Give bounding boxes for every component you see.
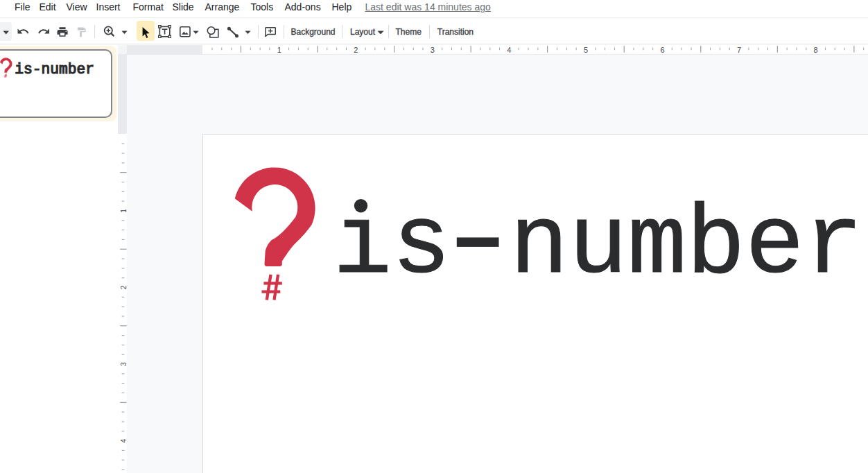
svg-text:is-number: is-number xyxy=(15,61,94,76)
svg-text:ıs number: ıs number xyxy=(333,190,863,286)
